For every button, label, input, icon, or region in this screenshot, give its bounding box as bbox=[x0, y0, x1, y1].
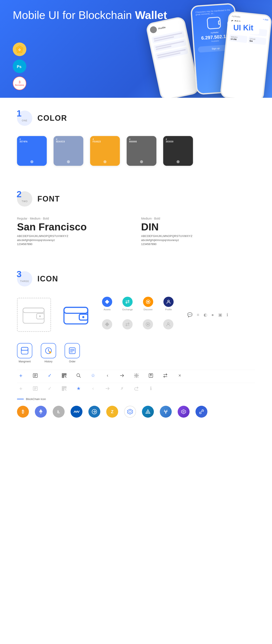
plus-icon-faded: + bbox=[17, 385, 25, 392]
color-num-big: 1 bbox=[16, 108, 22, 118]
svg-point-20 bbox=[147, 324, 149, 325]
plus-icon: + bbox=[17, 372, 25, 380]
moon-icon: ◐ bbox=[204, 312, 207, 317]
nav-discover: Discover bbox=[143, 297, 153, 311]
nav-exchange: Exchange bbox=[122, 297, 133, 311]
assets-label: Assets bbox=[104, 308, 110, 311]
svg-rect-43 bbox=[66, 377, 66, 378]
misc-small-icons: 💬 ≡ ◐ ● ▣ ℹ bbox=[187, 312, 228, 317]
font-sf-numbers: 1234567890 bbox=[17, 242, 131, 246]
swatch-blue: #3574FA bbox=[17, 136, 47, 166]
svg-rect-58 bbox=[65, 389, 66, 390]
profile-label: Profile bbox=[165, 308, 172, 311]
checkmark-icon-faded: ✗ bbox=[118, 385, 126, 392]
font-din-numbers: 1234567890 bbox=[141, 242, 255, 246]
icon-sub-label: THREE bbox=[20, 280, 29, 282]
swatch-code-dark: #303030 bbox=[166, 138, 174, 143]
layers-icon: ≡ bbox=[197, 312, 199, 317]
circle-icon: ● bbox=[212, 312, 214, 317]
wallet-icon-filled-box bbox=[60, 298, 94, 332]
star-icon-faded: ★ bbox=[75, 385, 82, 392]
ps-badge: Ps bbox=[13, 60, 26, 73]
star-icon: ☆ bbox=[89, 372, 97, 380]
waves-icon bbox=[70, 406, 82, 418]
color-title: COLOR bbox=[38, 114, 67, 123]
font-din-style: Medium · Bold bbox=[141, 217, 255, 220]
nav-icons-colored-row: Assets Exchange Discover bbox=[102, 297, 174, 311]
exchange-icon-gray bbox=[122, 319, 132, 330]
order-icon-box bbox=[64, 343, 80, 358]
svg-line-45 bbox=[80, 376, 81, 378]
discover-icon bbox=[143, 297, 153, 307]
list-icon-faded bbox=[32, 385, 39, 392]
svg-marker-64 bbox=[129, 410, 131, 413]
font-sf-style: Regular · Medium · Bold bbox=[17, 217, 131, 220]
color-section-number: ONE 1 bbox=[17, 110, 32, 126]
nano-icon bbox=[160, 406, 172, 418]
svg-rect-42 bbox=[65, 376, 66, 377]
swatch-dot-blue bbox=[30, 160, 33, 163]
share-icon-faded bbox=[104, 385, 111, 392]
font-section-header: TWO 2 FONT bbox=[17, 191, 255, 206]
font-title: FONT bbox=[38, 194, 60, 204]
nav-profile: Profile bbox=[164, 297, 174, 311]
font-num-big: 2 bbox=[16, 189, 22, 199]
wallet-icon-filled-svg bbox=[63, 303, 90, 326]
crypto-icons-row: ₿ Ł Z bbox=[17, 406, 255, 426]
svg-rect-11 bbox=[64, 307, 88, 313]
nav-assets-gray bbox=[102, 319, 112, 330]
hero-title: Mobile UI for Blockchain Wallet bbox=[13, 8, 167, 22]
blockchain-label-row: BlockChain Icon bbox=[17, 398, 255, 401]
font-sf: Regular · Medium · Bold San Francisco AB… bbox=[17, 217, 131, 246]
tool-badges: Ps 3 Screens bbox=[13, 42, 26, 90]
svg-rect-7 bbox=[23, 308, 44, 313]
discover-icon-gray bbox=[143, 319, 153, 330]
exchange-icon bbox=[122, 297, 132, 307]
nav-discover-gray bbox=[143, 319, 153, 330]
hero-section: Mobile UI for Blockchain Wallet UI Kit P… bbox=[0, 0, 272, 98]
chat-icon: 💬 bbox=[187, 312, 192, 317]
icon-num-big: 3 bbox=[16, 269, 22, 279]
qr-icon-faded bbox=[60, 385, 68, 392]
grid-icon bbox=[124, 406, 136, 418]
font-sf-upper: ABCDEFGHIJKLMNOPQRSTUVWXYZ bbox=[17, 234, 131, 238]
hero-title-normal: Mobile UI for Blockchain bbox=[13, 9, 135, 21]
svg-rect-41 bbox=[62, 376, 64, 377]
eth-icon bbox=[35, 406, 47, 418]
profile-icon-gray bbox=[163, 319, 174, 330]
matic-icon bbox=[178, 406, 190, 418]
swatch-gray: #666666 bbox=[127, 136, 156, 166]
svg-marker-66 bbox=[182, 410, 185, 413]
link-icon bbox=[196, 406, 208, 418]
svg-rect-40 bbox=[65, 374, 66, 375]
hero-title-bold: Wallet bbox=[135, 9, 167, 21]
misc-icons-row1: + ✓ ☆ ‹ × bbox=[17, 370, 255, 381]
blockchain-label: BlockChain Icon bbox=[26, 398, 46, 401]
color-section-header: ONE 1 COLOR bbox=[17, 110, 255, 126]
history-label: History bbox=[44, 360, 52, 363]
exchange-label: Exchange bbox=[122, 308, 133, 311]
zcash-icon: Z bbox=[106, 406, 118, 418]
svg-text:!: ! bbox=[50, 352, 50, 353]
color-swatches: #3574FA #8DA0C8 #F5A623 #666666 #303030 bbox=[17, 136, 255, 166]
svg-rect-23 bbox=[21, 347, 28, 350]
swatch-dot-dark bbox=[176, 160, 180, 163]
app-order: Order bbox=[64, 343, 80, 363]
blockchain-line bbox=[17, 399, 24, 399]
icon-title: ICON bbox=[38, 274, 58, 283]
gear-icon bbox=[132, 372, 140, 380]
swatch-code-blue: #3574FA bbox=[20, 138, 28, 143]
strat-icon bbox=[142, 406, 154, 418]
font-din-upper: ABCDEFGHIJKLMNOPQRSTUVWXYZ bbox=[141, 234, 255, 238]
check-icon-faded: ✓ bbox=[46, 385, 54, 392]
icon-section-number: THREE 3 bbox=[17, 271, 32, 286]
icon-section: THREE 3 ICON bbox=[0, 258, 272, 439]
swatch-dot-orange bbox=[104, 160, 106, 163]
color-section: ONE 1 COLOR #3574FA #8DA0C8 #F5A623 #666… bbox=[0, 98, 272, 178]
svg-marker-63 bbox=[128, 409, 132, 414]
svg-point-16 bbox=[147, 301, 149, 303]
font-sf-name: San Francisco bbox=[17, 221, 131, 233]
wallet-icon-outline-box bbox=[17, 298, 51, 332]
svg-rect-39 bbox=[62, 374, 64, 375]
font-sf-lower: abcdefghijklmnopqrstuvwxyz bbox=[17, 238, 131, 242]
